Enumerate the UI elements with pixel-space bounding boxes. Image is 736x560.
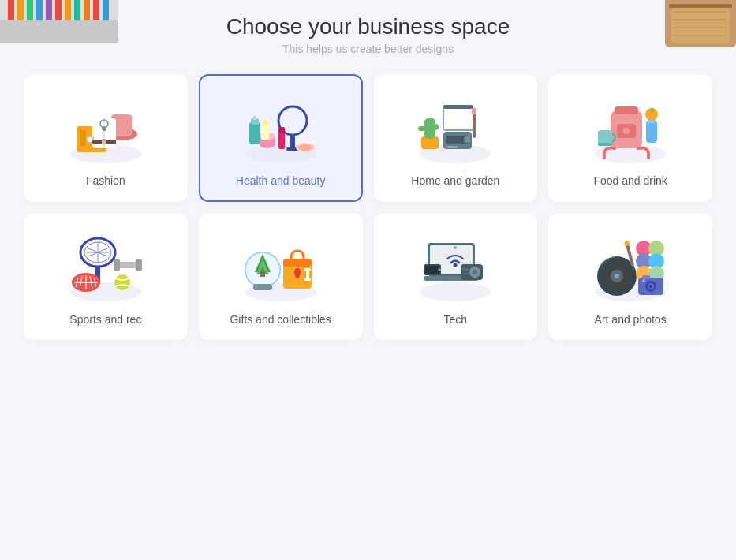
svg-rect-54 <box>418 126 426 131</box>
svg-rect-23 <box>80 130 86 146</box>
svg-rect-46 <box>261 124 269 140</box>
card-home-garden[interactable]: Home and garden <box>374 74 538 202</box>
svg-rect-14 <box>669 4 732 8</box>
card-gifts-collectibles[interactable]: Gifts and collectibles <box>199 213 363 341</box>
card-fashion[interactable]: Fashion <box>24 74 188 202</box>
tech-label: Tech <box>444 312 468 328</box>
svg-rect-40 <box>253 116 256 120</box>
svg-rect-83 <box>136 259 142 271</box>
svg-rect-15 <box>671 8 730 43</box>
svg-rect-62 <box>472 108 476 114</box>
card-health-beauty[interactable]: Health and beauty <box>199 74 363 202</box>
svg-rect-116 <box>425 266 439 274</box>
food-drink-icon <box>558 88 703 167</box>
svg-rect-114 <box>462 273 469 274</box>
svg-point-29 <box>102 126 106 131</box>
sports-rec-icon <box>33 227 178 306</box>
svg-rect-102 <box>304 268 311 271</box>
svg-rect-47 <box>263 121 267 125</box>
card-tech[interactable]: Tech <box>374 213 538 341</box>
svg-rect-71 <box>598 143 612 146</box>
corner-decoration-right <box>657 0 736 47</box>
svg-point-118 <box>454 246 457 249</box>
svg-point-123 <box>615 274 619 278</box>
svg-rect-98 <box>253 284 272 290</box>
svg-point-67 <box>623 128 630 134</box>
svg-rect-65 <box>615 106 638 114</box>
svg-point-117 <box>438 268 441 271</box>
art-photos-icon <box>558 227 703 306</box>
svg-rect-45 <box>278 127 285 133</box>
svg-rect-60 <box>446 146 458 148</box>
svg-rect-44 <box>278 132 285 149</box>
home-garden-icon <box>383 88 529 167</box>
svg-rect-38 <box>249 122 260 144</box>
svg-rect-33 <box>102 139 106 144</box>
corner-decoration-left <box>0 0 134 47</box>
svg-point-59 <box>464 136 470 143</box>
health-beauty-label: Health and beauty <box>236 174 326 189</box>
svg-rect-12 <box>0 20 118 43</box>
card-food-drink[interactable]: Food and drink <box>548 74 712 202</box>
svg-point-91 <box>114 274 130 290</box>
svg-point-134 <box>649 285 652 288</box>
gifts-collectibles-icon <box>208 227 353 306</box>
svg-rect-53 <box>431 124 439 130</box>
fashion-label: Fashion <box>86 174 125 189</box>
svg-rect-113 <box>462 268 469 271</box>
svg-rect-68 <box>646 121 657 143</box>
svg-point-135 <box>642 279 645 282</box>
svg-point-112 <box>473 270 477 274</box>
svg-point-49 <box>299 144 312 151</box>
fashion-icon <box>33 88 178 167</box>
svg-rect-56 <box>443 105 473 109</box>
svg-rect-103 <box>304 278 311 281</box>
svg-point-105 <box>420 282 491 301</box>
svg-rect-131 <box>642 275 650 279</box>
sports-rec-label: Sports and rec <box>69 312 141 328</box>
svg-rect-61 <box>473 110 476 138</box>
svg-point-31 <box>88 137 92 142</box>
svg-rect-100 <box>283 259 312 267</box>
svg-rect-36 <box>290 135 295 149</box>
art-photos-label: Art and photos <box>595 312 667 328</box>
gifts-collectibles-label: Gifts and collectibles <box>230 312 331 328</box>
health-beauty-icon <box>208 88 353 167</box>
svg-point-72 <box>645 108 658 121</box>
tech-icon <box>383 227 529 306</box>
home-garden-label: Home and garden <box>411 174 499 189</box>
svg-rect-82 <box>114 259 120 271</box>
svg-point-108 <box>454 263 458 267</box>
category-grid: Fashion <box>0 66 736 348</box>
svg-rect-55 <box>443 106 473 130</box>
card-sports-rec[interactable]: Sports and rec <box>24 213 188 341</box>
card-art-photos[interactable]: Art and photos <box>548 213 712 341</box>
food-drink-label: Food and drink <box>593 174 667 189</box>
